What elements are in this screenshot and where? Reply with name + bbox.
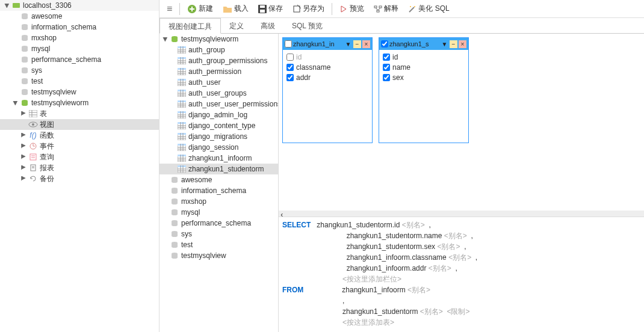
table-item[interactable]: auth_user_user_permissions bbox=[159, 99, 278, 109]
field-checkbox[interactable] bbox=[286, 54, 294, 61]
table-box[interactable]: zhangkun1_s ▼ − × idnamesex bbox=[379, 37, 469, 143]
close-icon[interactable]: × bbox=[362, 40, 370, 48]
svg-point-6 bbox=[22, 28, 28, 30]
scroll-indicator[interactable]: ‹ bbox=[279, 211, 644, 217]
database-icon bbox=[169, 251, 180, 260]
expand-arrow[interactable]: ⯆ bbox=[161, 36, 169, 42]
db-item[interactable]: information_schema bbox=[159, 185, 278, 196]
tab-2[interactable]: 高级 bbox=[252, 18, 283, 33]
db-item[interactable]: awesome bbox=[159, 174, 278, 185]
database-icon bbox=[169, 35, 180, 43]
tree-backup[interactable]: ⯈ 备份 bbox=[0, 173, 159, 184]
db-label: performance_schema bbox=[181, 219, 251, 227]
svg-rect-51 bbox=[379, 6, 382, 8]
field-checkbox[interactable] bbox=[383, 54, 390, 61]
table-item[interactable]: zhangkun1_studentorm bbox=[159, 164, 278, 174]
box-header[interactable]: zhangkun1_s ▼ − × bbox=[379, 38, 468, 50]
db-item[interactable]: performance_schema bbox=[159, 218, 278, 229]
load-button[interactable]: 载入 bbox=[219, 2, 252, 16]
table-item[interactable]: auth_group_permissions bbox=[159, 55, 278, 66]
box-header[interactable]: zhangkun1_in ▼ − × bbox=[283, 38, 372, 50]
tab-0[interactable]: 视图创建工具 bbox=[159, 18, 221, 34]
table-item[interactable]: auth_permission bbox=[159, 66, 278, 77]
expand-arrow[interactable]: ⯈ bbox=[19, 111, 28, 117]
field-checkbox[interactable] bbox=[286, 64, 294, 71]
db-item[interactable]: test bbox=[159, 239, 278, 250]
tree-tables[interactable]: ⯈ 表 bbox=[0, 108, 159, 119]
box-checkbox[interactable] bbox=[285, 40, 292, 48]
box-title: zhangkun1_in bbox=[293, 40, 343, 48]
field-checkbox[interactable] bbox=[286, 74, 294, 81]
preview-button[interactable]: 预览 bbox=[336, 2, 368, 16]
expand-arrow[interactable]: ⯈ bbox=[19, 154, 28, 160]
expand-arrow[interactable]: ⯈ bbox=[19, 132, 28, 138]
db-item[interactable]: testmysqlview bbox=[0, 87, 159, 97]
field-row[interactable]: id bbox=[383, 52, 465, 62]
db-item[interactable]: testmysqlview bbox=[159, 250, 278, 261]
db-item[interactable]: awesome bbox=[0, 11, 159, 22]
field-row[interactable]: sex bbox=[383, 72, 465, 82]
save-button[interactable]: 保存 bbox=[255, 2, 286, 16]
new-button[interactable]: 新建 bbox=[184, 2, 217, 16]
table-box[interactable]: zhangkun1_in ▼ − × idclassnameaddr bbox=[282, 37, 373, 143]
db-item[interactable]: mxshop bbox=[159, 196, 278, 207]
tab-bar: 视图创建工具定义高级SQL 预览 bbox=[159, 18, 644, 34]
save-as-icon bbox=[293, 5, 301, 13]
chevron-down-icon[interactable]: ▼ bbox=[344, 40, 352, 48]
db-item[interactable]: mxshop bbox=[0, 32, 159, 43]
db-item[interactable]: sys bbox=[159, 229, 278, 239]
db-item[interactable]: performance_schema bbox=[0, 54, 159, 65]
field-checkbox[interactable] bbox=[383, 74, 390, 81]
minimize-icon[interactable]: − bbox=[450, 40, 457, 48]
table-item[interactable]: django_session bbox=[159, 142, 278, 153]
menu-button[interactable]: ≡ bbox=[163, 2, 176, 16]
beautify-button[interactable]: 美化 SQL bbox=[404, 2, 453, 16]
expand-arrow[interactable]: ⯈ bbox=[19, 143, 28, 149]
views-icon bbox=[28, 120, 39, 129]
field-row[interactable]: classname bbox=[286, 62, 368, 72]
minimize-icon[interactable]: − bbox=[353, 40, 361, 48]
tree-functions[interactable]: ⯈ f() 函数 bbox=[0, 130, 159, 141]
tree-views[interactable]: 视图 bbox=[0, 119, 159, 130]
db-item[interactable]: information_schema bbox=[0, 22, 159, 32]
field-row[interactable]: name bbox=[383, 62, 465, 72]
db-item[interactable]: mysql bbox=[159, 207, 278, 218]
tree-reports[interactable]: ⯈ 报表 bbox=[0, 162, 159, 173]
expand-arrow[interactable]: ⯆ bbox=[2, 2, 11, 8]
db-item[interactable]: sys bbox=[0, 65, 159, 76]
diagram-canvas[interactable]: zhangkun1_in ▼ − × idclassnameaddr zhang… bbox=[279, 34, 644, 211]
chevron-down-icon[interactable]: ▼ bbox=[441, 40, 448, 48]
expand-arrow[interactable]: ⯆ bbox=[11, 100, 19, 106]
svg-rect-37 bbox=[30, 154, 36, 160]
explain-button[interactable]: 解释 bbox=[370, 2, 402, 16]
table-label: django_session bbox=[188, 143, 238, 152]
table-item[interactable]: auth_group bbox=[159, 45, 278, 55]
db-expanded[interactable]: ⯆ testmysqlvieworm bbox=[0, 97, 159, 108]
field-row[interactable]: id bbox=[286, 52, 368, 62]
tab-1[interactable]: 定义 bbox=[221, 18, 252, 33]
expand-arrow[interactable]: ⯈ bbox=[19, 165, 28, 171]
table-item[interactable]: django_admin_log bbox=[159, 109, 278, 120]
table-item[interactable]: zhangkun1_infoorm bbox=[159, 153, 278, 164]
list-db-expanded[interactable]: ⯆ testmysqlvieworm bbox=[159, 34, 278, 45]
field-row[interactable]: addr bbox=[286, 72, 368, 82]
box-checkbox[interactable] bbox=[381, 40, 388, 48]
table-item[interactable]: auth_user bbox=[159, 77, 278, 88]
svg-rect-67 bbox=[178, 57, 186, 59]
expand-arrow[interactable]: ⯈ bbox=[19, 176, 28, 182]
save-as-button[interactable]: 另存为 bbox=[289, 2, 328, 16]
sparkle-icon bbox=[408, 5, 416, 13]
table-icon bbox=[178, 165, 186, 173]
close-icon[interactable]: × bbox=[459, 40, 466, 48]
tree-events[interactable]: ⯈ 事件 bbox=[0, 141, 159, 152]
tab-3[interactable]: SQL 预览 bbox=[283, 18, 331, 33]
table-item[interactable]: django_content_type bbox=[159, 120, 278, 131]
field-checkbox[interactable] bbox=[383, 64, 390, 71]
table-item[interactable]: auth_user_groups bbox=[159, 88, 278, 99]
tree-queries[interactable]: ⯈ 查询 bbox=[0, 152, 159, 162]
db-item[interactable]: mysql bbox=[0, 43, 159, 54]
table-item[interactable]: django_migrations bbox=[159, 131, 278, 142]
connection-root[interactable]: ⯆ localhost_3306 bbox=[0, 0, 159, 11]
db-item[interactable]: test bbox=[0, 76, 159, 87]
database-icon bbox=[19, 45, 30, 53]
